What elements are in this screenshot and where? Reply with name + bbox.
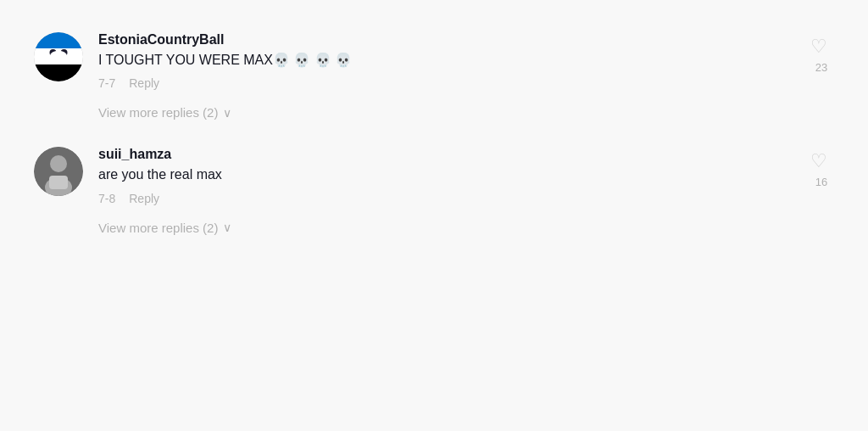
- comment-meta: 7-8 Reply: [98, 192, 792, 205]
- chevron-down-icon: ∨: [223, 221, 231, 234]
- like-count: 23: [815, 61, 827, 74]
- reply-button[interactable]: Reply: [129, 192, 159, 205]
- avatar: [34, 147, 83, 196]
- svg-point-1: [50, 155, 67, 172]
- view-replies-1[interactable]: View more replies (2) ∨: [98, 105, 834, 120]
- comment-timestamp: 7-8: [98, 192, 115, 205]
- chevron-down-icon: ∨: [223, 106, 231, 120]
- avatar: [34, 32, 83, 81]
- heart-icon[interactable]: ♡: [810, 150, 832, 172]
- comment-username: EstoniaCountryBall: [98, 32, 792, 48]
- view-replies-label: View more replies (2): [98, 105, 218, 120]
- comment-text: I TOUGHT YOU WERE MAX💀 💀 💀 💀: [98, 51, 792, 70]
- reply-button[interactable]: Reply: [129, 76, 159, 90]
- comment-text: are you the real max: [98, 165, 792, 184]
- like-section: ♡ 16: [792, 147, 834, 188]
- comment-item: suii_hamza are you the real max 7-8 Repl…: [34, 132, 834, 213]
- comments-section: EstoniaCountryBall I TOUGHT YOU WERE MAX…: [34, 17, 834, 247]
- comment-meta: 7-7 Reply: [98, 76, 792, 90]
- view-replies-2[interactable]: View more replies (2) ∨: [98, 221, 834, 235]
- comment-item: EstoniaCountryBall I TOUGHT YOU WERE MAX…: [34, 17, 834, 98]
- comment-body: suii_hamza are you the real max 7-8 Repl…: [98, 147, 792, 204]
- like-section: ♡ 23: [792, 32, 834, 74]
- like-count: 16: [815, 176, 827, 188]
- heart-icon[interactable]: ♡: [810, 36, 832, 58]
- view-replies-label: View more replies (2): [98, 221, 218, 235]
- comment-username: suii_hamza: [98, 147, 792, 162]
- comment-body: EstoniaCountryBall I TOUGHT YOU WERE MAX…: [98, 32, 792, 90]
- svg-rect-3: [49, 176, 68, 189]
- comment-timestamp: 7-7: [98, 76, 115, 90]
